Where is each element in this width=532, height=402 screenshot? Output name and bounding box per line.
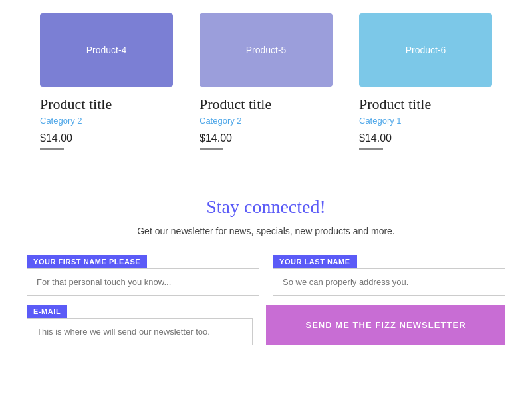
last-name-field: YOUR LAST NAME bbox=[273, 255, 505, 296]
newsletter-form: YOUR FIRST NAME PLEASE YOUR LAST NAME E-… bbox=[27, 255, 505, 345]
product-divider-4 bbox=[40, 148, 64, 150]
product-image-4: Product-4 bbox=[40, 13, 173, 87]
product-price-5: $14.00 bbox=[200, 132, 332, 144]
newsletter-section: Stay connected! Get our newsletter for n… bbox=[0, 176, 532, 372]
product-price-4: $14.00 bbox=[40, 132, 173, 144]
product-card-5: Product-5 Product title Category 2 $14.0… bbox=[200, 13, 332, 150]
last-name-label: YOUR LAST NAME bbox=[273, 255, 357, 268]
form-row-email: E-MAIL SEND ME THE FIZZ NEWSLETTER bbox=[27, 305, 505, 345]
product-divider-6 bbox=[359, 148, 383, 150]
product-image-6: Product-6 bbox=[359, 13, 492, 87]
email-label: E-MAIL bbox=[27, 305, 67, 318]
first-name-input[interactable] bbox=[27, 268, 259, 296]
product-price-6: $14.00 bbox=[359, 132, 492, 144]
product-category-5[interactable]: Category 2 bbox=[200, 116, 332, 126]
products-section: Product-4 Product title Category 2 $14.0… bbox=[0, 0, 532, 176]
first-name-field: YOUR FIRST NAME PLEASE bbox=[27, 255, 259, 296]
newsletter-title: Stay connected! bbox=[27, 196, 505, 218]
newsletter-subtitle: Get our newsletter for news, specials, n… bbox=[27, 226, 505, 236]
product-title-5: Product title bbox=[200, 96, 332, 113]
first-name-label: YOUR FIRST NAME PLEASE bbox=[27, 255, 147, 268]
product-category-4[interactable]: Category 2 bbox=[40, 116, 173, 126]
product-card-6: Product-6 Product title Category 1 $14.0… bbox=[359, 13, 492, 150]
product-category-6[interactable]: Category 1 bbox=[359, 116, 492, 126]
newsletter-submit-button[interactable]: SEND ME THE FIZZ NEWSLETTER bbox=[266, 305, 505, 345]
last-name-input[interactable] bbox=[273, 268, 505, 296]
product-title-6: Product title bbox=[359, 96, 492, 113]
product-divider-5 bbox=[200, 148, 223, 150]
email-field-wrapper: E-MAIL bbox=[27, 305, 253, 345]
form-row-names: YOUR FIRST NAME PLEASE YOUR LAST NAME bbox=[27, 255, 505, 296]
product-title-4: Product title bbox=[40, 96, 173, 113]
product-image-5: Product-5 bbox=[200, 13, 332, 87]
product-card-4: Product-4 Product title Category 2 $14.0… bbox=[40, 13, 173, 150]
email-input[interactable] bbox=[27, 318, 253, 345]
